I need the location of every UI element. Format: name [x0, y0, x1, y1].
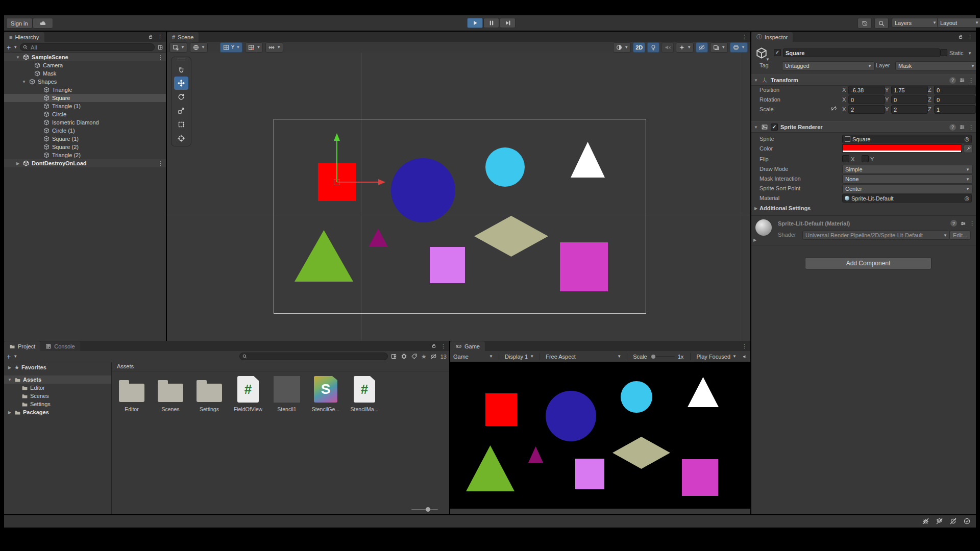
scene-shape-violet-square[interactable] — [430, 247, 465, 283]
sprite-renderer-header[interactable]: ▼ ✓ Sprite Renderer ? ⋮ — [751, 121, 976, 133]
grid-axis-button[interactable]: Y ▼ — [220, 42, 243, 53]
layers-dropdown[interactable]: Layers▼ — [892, 18, 940, 28]
eyedropper-button[interactable] — [964, 144, 973, 153]
foldout-open-icon[interactable]: ▼ — [21, 80, 27, 84]
favorite-star-icon[interactable]: ★ — [421, 353, 427, 360]
kebab-menu-icon[interactable]: ⋮ — [158, 160, 163, 167]
asset-item-settings[interactable]: Settings — [191, 374, 228, 412]
kebab-menu-icon[interactable]: ⋮ — [968, 77, 974, 84]
kebab-menu-icon[interactable]: ⋮ — [742, 343, 747, 349]
project-row-scenes[interactable]: Scenes — [4, 392, 111, 400]
foldout-open-icon[interactable]: ▼ — [7, 378, 12, 382]
rotation-x-field[interactable]: 0 — [848, 95, 885, 104]
scene-shape-cyan-circle[interactable] — [485, 147, 525, 187]
label-tag-icon[interactable] — [411, 353, 418, 360]
project-row-settings[interactable]: Settings — [4, 400, 111, 408]
lock-icon[interactable] — [431, 343, 437, 349]
hierarchy-row-square-2[interactable]: Square (2) — [4, 143, 166, 151]
foldout-closed-icon[interactable]: ▶ — [7, 410, 12, 415]
presets-icon[interactable] — [959, 77, 965, 83]
tab-console[interactable]: Console — [40, 341, 80, 351]
hierarchy-row-isometric-diamond[interactable]: Isometric Diamond — [4, 118, 166, 127]
presets-icon[interactable] — [960, 220, 966, 227]
grid-plane-button[interactable]: ▼ — [190, 42, 208, 53]
audio-button[interactable] — [662, 42, 674, 53]
layer-dropdown[interactable]: Mask▼ — [895, 61, 976, 70]
scale-slider[interactable] — [650, 354, 675, 359]
effects-button[interactable]: ▼ — [676, 42, 694, 53]
overlay-drag-handle[interactable] — [177, 59, 185, 61]
undo-history-button[interactable] — [857, 18, 872, 29]
camera-overlay-button[interactable]: ▼ — [710, 42, 728, 53]
add-asset-button[interactable]: + — [7, 353, 11, 360]
tab-hierarchy[interactable]: ≡ Hierarchy — [4, 32, 44, 42]
step-button[interactable] — [500, 18, 516, 28]
collab-disabled-icon[interactable] — [936, 517, 943, 525]
transform-tool[interactable] — [174, 132, 188, 145]
foldout-open-icon[interactable]: ▼ — [15, 55, 20, 60]
foldout-open-icon[interactable]: ▼ — [753, 125, 758, 130]
tab-scene[interactable]: # Scene — [167, 32, 199, 42]
scene-viewport[interactable] — [167, 53, 750, 341]
hierarchy-row-square[interactable]: Square — [4, 94, 166, 102]
gizmo-xy-handle[interactable] — [334, 179, 340, 185]
kebab-menu-icon[interactable]: ⋮ — [440, 343, 446, 349]
help-icon[interactable]: ? — [950, 220, 957, 227]
tool-settings-button[interactable]: ▼ — [169, 42, 187, 53]
project-tree-divider[interactable] — [111, 362, 112, 514]
hierarchy-row-triangle-2[interactable]: Triangle (2) — [4, 151, 166, 159]
asset-item-stencilma[interactable]: # StencilMa... — [346, 374, 383, 412]
mask-interaction-dropdown[interactable]: None▼ — [842, 174, 973, 184]
material-preview-foldout-icon[interactable]: ▶ — [752, 238, 757, 242]
hierarchy-row-triangle-1[interactable]: Triangle (1) — [4, 102, 166, 110]
foldout-closed-icon[interactable]: ▶ — [7, 365, 12, 370]
project-row-assets[interactable]: ▼ Assets — [4, 375, 111, 384]
hierarchy-row-shapes[interactable]: ▼ Shapes — [4, 78, 166, 86]
flip-x-checkbox[interactable] — [842, 155, 849, 162]
move-tool[interactable] — [174, 77, 188, 90]
hidden-objects-button[interactable] — [696, 42, 708, 53]
add-asset-chevron-icon[interactable]: ▼ — [13, 354, 17, 359]
material-object-field[interactable]: Sprite-Lit-Default ◎ — [842, 194, 972, 203]
shader-dropdown[interactable]: Universal Render Pipeline/2D/Sprite-Lit-… — [802, 231, 950, 240]
scale-z-field[interactable]: 1 — [934, 105, 976, 114]
shading-mode-button[interactable]: ▼ — [613, 42, 631, 53]
gizmos-button[interactable]: ▼ — [730, 42, 748, 53]
hierarchy-row-circle[interactable]: Circle — [4, 110, 166, 118]
status-ok-icon[interactable] — [963, 517, 971, 525]
kebab-menu-icon[interactable]: ⋮ — [967, 34, 973, 40]
kebab-menu-icon[interactable]: ⋮ — [968, 124, 974, 131]
hierarchy-search-input[interactable] — [20, 43, 155, 51]
icon-size-slider[interactable] — [411, 507, 438, 512]
foldout-closed-icon[interactable]: ▶ — [753, 206, 758, 211]
scene-picker-icon[interactable] — [157, 44, 163, 51]
sign-in-button[interactable]: Sign in — [6, 18, 33, 29]
static-checkbox[interactable] — [940, 49, 947, 56]
add-component-button[interactable]: Add Component — [805, 257, 932, 269]
scene-shape-magenta-square[interactable] — [560, 242, 608, 291]
preview-toggle-icon[interactable] — [390, 353, 397, 360]
search-everywhere-button[interactable] — [874, 18, 889, 29]
add-object-chevron-icon[interactable]: ▼ — [13, 45, 17, 49]
flip-y-checkbox[interactable] — [862, 155, 869, 162]
position-z-field[interactable]: 0 — [934, 86, 976, 94]
tag-dropdown[interactable]: Untagged▼ — [782, 61, 875, 70]
asset-item-scenes[interactable]: Scenes — [152, 374, 189, 412]
lighting-button[interactable] — [647, 42, 659, 53]
asset-item-stencilge[interactable]: S StencilGe... — [307, 374, 344, 412]
add-object-button[interactable]: + — [7, 44, 11, 51]
project-row-packages[interactable]: ▶ Packages — [4, 408, 111, 416]
object-picker-icon[interactable]: ◎ — [964, 136, 969, 142]
transform-header[interactable]: ▼ Transform ? ⋮ — [751, 74, 976, 86]
icon-chevron-icon[interactable]: ▼ — [766, 57, 770, 62]
focus-mode-dropdown[interactable]: Play Focused▼ — [693, 351, 740, 362]
play-button[interactable] — [467, 18, 483, 28]
layout-dropdown[interactable]: Layout▼ — [937, 18, 980, 28]
foldout-open-icon[interactable]: ▼ — [753, 78, 758, 83]
position-y-field[interactable]: 1.75 — [891, 86, 928, 94]
hierarchy-row-circle-1[interactable]: Circle (1) — [4, 127, 166, 135]
grid-snap-button[interactable]: ▼ — [245, 42, 263, 53]
kebab-menu-icon[interactable]: ⋮ — [157, 34, 163, 40]
2d-button[interactable]: 2D — [633, 42, 645, 53]
debugger-disabled-icon[interactable] — [922, 517, 929, 525]
